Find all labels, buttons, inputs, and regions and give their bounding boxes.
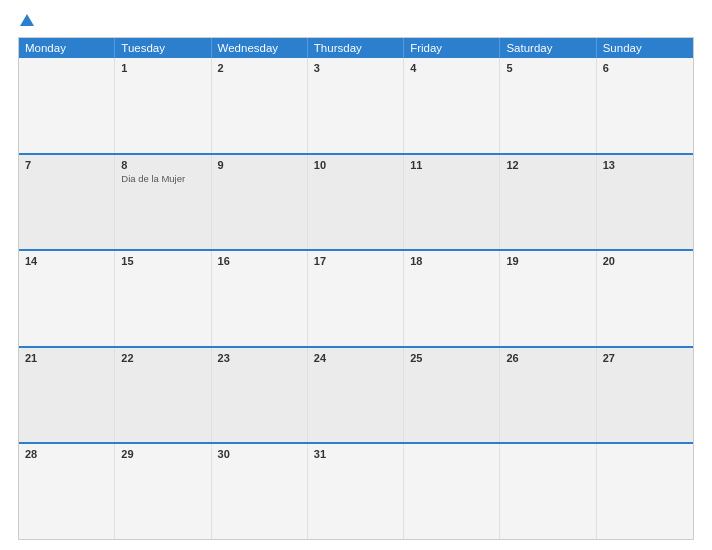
day-number: 21 bbox=[25, 352, 108, 364]
week-row-2: 78Dia de la Mujer910111213 bbox=[19, 153, 693, 250]
day-cell: 8Dia de la Mujer bbox=[115, 155, 211, 250]
day-header-saturday: Saturday bbox=[500, 38, 596, 58]
day-number: 18 bbox=[410, 255, 493, 267]
day-cell: 9 bbox=[212, 155, 308, 250]
day-cell: 20 bbox=[597, 251, 693, 346]
day-header-friday: Friday bbox=[404, 38, 500, 58]
day-number: 10 bbox=[314, 159, 397, 171]
day-number: 4 bbox=[410, 62, 493, 74]
day-header-wednesday: Wednesday bbox=[212, 38, 308, 58]
day-cell bbox=[19, 58, 115, 153]
day-number: 6 bbox=[603, 62, 687, 74]
day-number: 13 bbox=[603, 159, 687, 171]
day-cell: 3 bbox=[308, 58, 404, 153]
week-row-3: 14151617181920 bbox=[19, 249, 693, 346]
day-header-monday: Monday bbox=[19, 38, 115, 58]
day-cell: 15 bbox=[115, 251, 211, 346]
day-cell: 17 bbox=[308, 251, 404, 346]
day-cell bbox=[597, 444, 693, 539]
day-number: 1 bbox=[121, 62, 204, 74]
day-number: 31 bbox=[314, 448, 397, 460]
day-cell: 30 bbox=[212, 444, 308, 539]
weeks: 12345678Dia de la Mujer91011121314151617… bbox=[19, 58, 693, 539]
day-cell: 6 bbox=[597, 58, 693, 153]
day-cell: 24 bbox=[308, 348, 404, 443]
day-cell: 27 bbox=[597, 348, 693, 443]
day-cell: 29 bbox=[115, 444, 211, 539]
day-number: 25 bbox=[410, 352, 493, 364]
day-number: 17 bbox=[314, 255, 397, 267]
day-cell: 26 bbox=[500, 348, 596, 443]
day-number: 2 bbox=[218, 62, 301, 74]
day-cell: 18 bbox=[404, 251, 500, 346]
day-number: 15 bbox=[121, 255, 204, 267]
day-event: Dia de la Mujer bbox=[121, 173, 204, 184]
day-number: 5 bbox=[506, 62, 589, 74]
day-cell: 16 bbox=[212, 251, 308, 346]
day-cell: 11 bbox=[404, 155, 500, 250]
header bbox=[18, 14, 694, 27]
day-number: 29 bbox=[121, 448, 204, 460]
day-header-thursday: Thursday bbox=[308, 38, 404, 58]
day-cell: 23 bbox=[212, 348, 308, 443]
logo-triangle-icon bbox=[20, 14, 34, 26]
day-number: 26 bbox=[506, 352, 589, 364]
day-header-sunday: Sunday bbox=[597, 38, 693, 58]
day-cell: 28 bbox=[19, 444, 115, 539]
day-cell: 4 bbox=[404, 58, 500, 153]
day-cell bbox=[404, 444, 500, 539]
day-cell: 7 bbox=[19, 155, 115, 250]
day-number: 28 bbox=[25, 448, 108, 460]
day-number: 23 bbox=[218, 352, 301, 364]
day-cell: 14 bbox=[19, 251, 115, 346]
day-number: 3 bbox=[314, 62, 397, 74]
day-number: 19 bbox=[506, 255, 589, 267]
day-number: 7 bbox=[25, 159, 108, 171]
day-number: 24 bbox=[314, 352, 397, 364]
day-number: 30 bbox=[218, 448, 301, 460]
logo-blue-text bbox=[18, 14, 34, 27]
day-number: 22 bbox=[121, 352, 204, 364]
logo bbox=[18, 14, 34, 27]
day-headers: MondayTuesdayWednesdayThursdayFridaySatu… bbox=[19, 38, 693, 58]
day-cell: 31 bbox=[308, 444, 404, 539]
day-cell: 21 bbox=[19, 348, 115, 443]
day-cell: 5 bbox=[500, 58, 596, 153]
day-cell: 25 bbox=[404, 348, 500, 443]
day-number: 27 bbox=[603, 352, 687, 364]
day-cell: 19 bbox=[500, 251, 596, 346]
day-cell: 13 bbox=[597, 155, 693, 250]
calendar: MondayTuesdayWednesdayThursdayFridaySatu… bbox=[18, 37, 694, 540]
day-cell: 1 bbox=[115, 58, 211, 153]
page: MondayTuesdayWednesdayThursdayFridaySatu… bbox=[0, 0, 712, 550]
day-cell: 12 bbox=[500, 155, 596, 250]
day-number: 20 bbox=[603, 255, 687, 267]
day-cell bbox=[500, 444, 596, 539]
day-header-tuesday: Tuesday bbox=[115, 38, 211, 58]
day-number: 12 bbox=[506, 159, 589, 171]
day-number: 8 bbox=[121, 159, 204, 171]
day-cell: 22 bbox=[115, 348, 211, 443]
day-number: 14 bbox=[25, 255, 108, 267]
week-row-1: 123456 bbox=[19, 58, 693, 153]
day-cell: 10 bbox=[308, 155, 404, 250]
day-number: 9 bbox=[218, 159, 301, 171]
day-cell: 2 bbox=[212, 58, 308, 153]
day-number: 16 bbox=[218, 255, 301, 267]
week-row-5: 28293031 bbox=[19, 442, 693, 539]
week-row-4: 21222324252627 bbox=[19, 346, 693, 443]
day-number: 11 bbox=[410, 159, 493, 171]
